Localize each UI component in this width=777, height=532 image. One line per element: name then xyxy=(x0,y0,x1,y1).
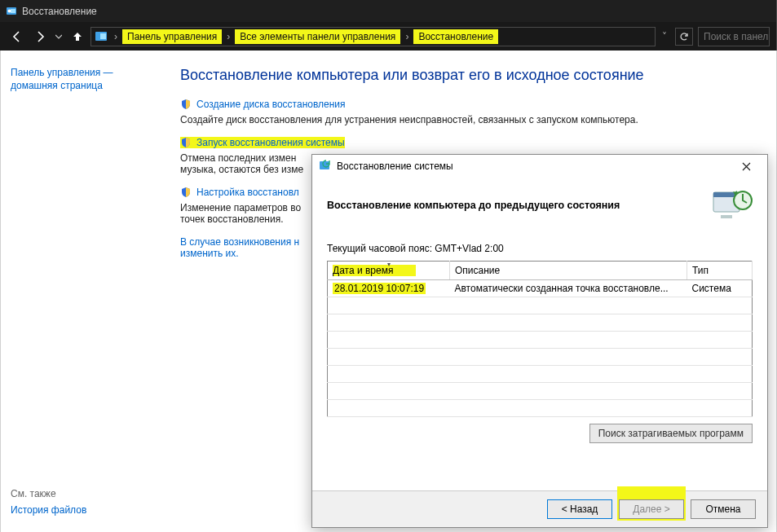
page-title: Восстановление компьютера или возврат ег… xyxy=(180,67,766,84)
breadcrumb[interactable]: › Панель управления › Все элементы панел… xyxy=(91,27,656,46)
sort-desc-icon: ▾ xyxy=(387,261,391,268)
shield-icon xyxy=(180,187,192,198)
forward-button[interactable] xyxy=(30,27,50,46)
restore-points-table[interactable]: ▾ Дата и время Описание Тип 28.01.2019 1… xyxy=(327,261,753,417)
breadcrumb-item[interactable]: Восстановление xyxy=(413,29,498,44)
chevron-down-icon[interactable]: ˅ xyxy=(659,31,670,42)
cell-desc: Автоматически созданная точка восстановл… xyxy=(450,280,687,297)
chevron-right-icon: › xyxy=(402,31,412,42)
entry-link-text: Настройка восстановл xyxy=(196,187,299,198)
shield-icon xyxy=(180,137,192,148)
next-button[interactable]: Далее > xyxy=(619,499,684,519)
dialog-footer: < Назад Далее > Отмена xyxy=(312,490,767,527)
col-datetime[interactable]: ▾ Дата и время xyxy=(328,262,450,280)
window-titlebar: Восстановление xyxy=(0,0,777,22)
svg-point-2 xyxy=(8,9,11,12)
see-also-label: См. также xyxy=(11,488,161,499)
cell-datetime: 28.01.2019 10:07:19 xyxy=(333,283,426,294)
entry-link-text: Запуск восстановления системы xyxy=(196,137,345,148)
up-button[interactable] xyxy=(68,27,87,46)
close-button[interactable] xyxy=(731,156,761,176)
search-placeholder: Поиск в панели xyxy=(704,31,770,42)
back-button[interactable]: < Назад xyxy=(547,499,612,519)
breadcrumb-item[interactable]: Панель управления xyxy=(122,29,222,44)
svg-rect-8 xyxy=(721,215,732,218)
entry-link-text: Создание диска восстановления xyxy=(196,99,346,110)
dialog-title: Восстановление системы xyxy=(337,160,453,172)
back-button[interactable] xyxy=(7,27,27,46)
dialog-body: Текущий часовой пояс: GMT+Vlad 2:00 ▾ Да… xyxy=(312,228,767,448)
shield-icon xyxy=(180,99,192,110)
table-row[interactable] xyxy=(328,400,753,417)
table-row[interactable] xyxy=(328,366,753,383)
col-type[interactable]: Тип xyxy=(687,262,753,280)
dialog-heading: Восстановление компьютера до предыдущего… xyxy=(327,200,620,211)
recovery-icon xyxy=(95,30,108,43)
explorer-navbar: › Панель управления › Все элементы панел… xyxy=(0,22,777,51)
dialog-titlebar: Восстановление системы xyxy=(312,155,767,178)
table-row[interactable] xyxy=(328,383,753,400)
svg-rect-1 xyxy=(11,9,15,13)
table-row[interactable]: 28.01.2019 10:07:19 Автоматически создан… xyxy=(328,280,753,297)
timezone-label: Текущий часовой пояс: GMT+Vlad 2:00 xyxy=(327,243,753,254)
table-row[interactable] xyxy=(328,297,753,314)
dialog-heading-row: Восстановление компьютера до предыдущего… xyxy=(312,178,767,228)
table-row[interactable] xyxy=(328,314,753,332)
control-panel-home-link[interactable]: Панель управления — домашняя страница xyxy=(11,67,161,92)
chevron-right-icon: › xyxy=(223,31,233,42)
cancel-button[interactable]: Отмена xyxy=(691,499,756,519)
svg-rect-4 xyxy=(100,33,106,39)
recent-dropdown[interactable] xyxy=(53,27,64,46)
svg-rect-5 xyxy=(320,161,329,169)
sidebar: Панель управления — домашняя страница См… xyxy=(1,51,170,532)
col-desc[interactable]: Описание xyxy=(450,262,687,280)
window-title: Восстановление xyxy=(22,6,97,17)
file-history-link[interactable]: История файлов xyxy=(11,504,161,516)
breadcrumb-item[interactable]: Все элементы панели управления xyxy=(235,29,400,44)
note-link[interactable]: В случае возникновения н xyxy=(180,236,299,248)
table-row[interactable] xyxy=(328,332,753,349)
note-link-2[interactable]: изменить их xyxy=(180,248,236,259)
create-recovery-drive-link[interactable]: Создание диска восстановления xyxy=(180,99,346,110)
search-input[interactable]: Поиск в панели xyxy=(698,27,770,46)
restore-big-icon xyxy=(710,186,753,225)
entry-desc: Создайте диск восстановления для устране… xyxy=(180,114,766,125)
affected-programs-button[interactable]: Поиск затрагиваемых программ xyxy=(589,424,753,443)
refresh-button[interactable] xyxy=(675,28,693,46)
configure-restore-link[interactable]: Настройка восстановл xyxy=(180,187,299,198)
cell-type: Система xyxy=(687,280,753,297)
system-restore-link[interactable]: Запуск восстановления системы xyxy=(180,137,345,148)
system-restore-dialog: Восстановление системы Восстановление ко… xyxy=(311,154,768,528)
create-recovery-drive-entry: Создание диска восстановления Создайте д… xyxy=(180,99,766,125)
restore-icon xyxy=(319,160,332,173)
chevron-right-icon: › xyxy=(111,31,121,42)
table-row[interactable] xyxy=(328,349,753,366)
recovery-icon xyxy=(6,6,17,17)
